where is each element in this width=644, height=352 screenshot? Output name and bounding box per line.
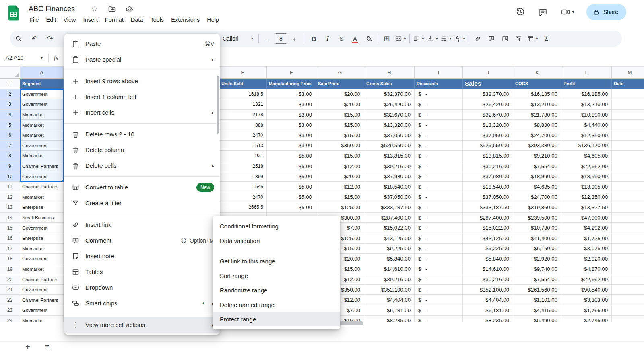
cell-I16[interactable]: $ - [415, 233, 463, 244]
merge-cells-icon[interactable]: ▾ [394, 33, 407, 45]
cell-G1[interactable]: Sale Price [316, 79, 364, 89]
menu-file[interactable]: File [26, 15, 42, 24]
cell-G2[interactable]: $20.00 [316, 89, 364, 100]
cell-K6[interactable]: $24,700.00 [513, 130, 561, 141]
cell-M17[interactable] [612, 244, 644, 254]
cell-H14[interactable]: $287,400.00 [364, 213, 415, 223]
cell-M7[interactable] [612, 141, 644, 151]
row-header-4[interactable]: 4 [0, 110, 20, 120]
menu-item-paste[interactable]: Paste⌘V [64, 36, 220, 51]
cell-K17[interactable]: $6,150.00 [513, 244, 561, 254]
cell-H24[interactable]: $8,235.00 [364, 316, 415, 322]
cell-I8[interactable]: $ - [415, 151, 463, 161]
cell-H17[interactable]: $9,225.00 [364, 244, 415, 254]
cell-I19[interactable]: $ - [415, 264, 463, 275]
cell-H23[interactable]: $6,181.00 [364, 305, 415, 316]
row-header-11[interactable]: 11 [0, 182, 20, 192]
name-box[interactable]: A2:A10 ▾ [6, 55, 43, 61]
row-header-23[interactable]: 23 [0, 305, 20, 316]
cell-M2[interactable] [612, 89, 644, 100]
row-header-6[interactable]: 6 [0, 130, 20, 141]
cell-G13[interactable]: $125.00 [316, 202, 364, 213]
cell-M14[interactable] [612, 213, 644, 223]
cell-K21[interactable]: $261,560.00 [513, 285, 561, 295]
cell-K9[interactable]: $7,554.00 [513, 161, 561, 172]
share-button[interactable]: Share [586, 4, 626, 20]
row-header-3[interactable]: 3 [0, 99, 20, 110]
row-header-5[interactable]: 5 [0, 120, 20, 130]
star-icon[interactable]: ☆ [90, 5, 98, 13]
column-header-H[interactable]: H [364, 67, 415, 79]
cell-M18[interactable] [612, 254, 644, 264]
cell-F9[interactable]: $5.00 [267, 161, 316, 172]
cell-K16[interactable]: $41,400.00 [513, 233, 561, 244]
cell-K10[interactable]: $18,990.00 [513, 171, 561, 182]
cell-L16[interactable]: $1,725.00 [561, 233, 612, 244]
cell-I13[interactable]: $ - [415, 202, 463, 213]
cell-I17[interactable]: $ - [415, 244, 463, 254]
cell-K20[interactable]: $7,554.00 [513, 274, 561, 285]
cell-I4[interactable]: $ - [415, 110, 463, 120]
create-filter-icon[interactable] [513, 33, 525, 45]
menu-item-view-more-cell-actions[interactable]: ⋮View more cell actions▸ [64, 317, 220, 333]
cell-A3[interactable]: Government [20, 99, 64, 110]
cell-K8[interactable]: $9,210.00 [513, 151, 561, 161]
document-title[interactable]: ABC Finances [29, 5, 75, 13]
row-header-17[interactable]: 17 [0, 244, 20, 254]
menu-item-delete-column[interactable]: Delete column [64, 142, 220, 158]
menu-insert[interactable]: Insert [80, 15, 101, 24]
menu-help[interactable]: Help [203, 15, 223, 24]
row-header-13[interactable]: 13 [0, 202, 20, 213]
cell-I21[interactable]: $ - [415, 285, 463, 295]
cell-L15[interactable]: $4,292.00 [561, 223, 612, 233]
cell-J22[interactable]: $4,404.00 [463, 295, 513, 305]
column-header-F[interactable]: F [267, 67, 316, 79]
cell-L10[interactable]: $18,990.00 [561, 171, 612, 182]
cell-E13[interactable]: 2665.5 [219, 202, 267, 213]
cell-J14[interactable]: $287,400.00 [463, 213, 513, 223]
cell-G4[interactable]: $15.00 [316, 110, 364, 120]
cell-K22[interactable]: $1,101.00 [513, 295, 561, 305]
cell-F4[interactable]: $3.00 [267, 110, 316, 120]
cell-K1[interactable]: COGS [513, 79, 561, 89]
add-sheet-button[interactable]: + [22, 342, 34, 352]
cell-H10[interactable]: $37,980.00 [364, 171, 415, 182]
cell-J19[interactable]: $14,610.00 [463, 264, 513, 275]
cell-H20[interactable]: $30,216.00 [364, 274, 415, 285]
cell-I9[interactable]: $ - [415, 161, 463, 172]
row-header-1[interactable]: 1 [0, 79, 20, 89]
cell-M6[interactable] [612, 130, 644, 141]
cell-I3[interactable]: $ - [415, 99, 463, 110]
cell-F7[interactable]: $3.00 [267, 141, 316, 151]
font-family-select[interactable]: Calibri ▾ [219, 33, 256, 45]
cell-M1[interactable]: Date [612, 79, 644, 89]
cell-E4[interactable]: 2178 [219, 110, 267, 120]
cell-L3[interactable]: $13,210.00 [561, 99, 612, 110]
cell-A1[interactable]: Segment [20, 79, 64, 89]
cell-H22[interactable]: $4,404.00 [364, 295, 415, 305]
insert-comment-icon[interactable] [485, 33, 497, 45]
cell-J4[interactable]: $32,670.00 [463, 110, 513, 120]
submenu-item-conditional-formatting[interactable]: Conditional formatting [213, 219, 340, 233]
cell-K2[interactable]: $16,185.00 [513, 89, 561, 100]
cell-K13[interactable]: $319,860.00 [513, 202, 561, 213]
cell-K18[interactable]: $2,920.00 [513, 254, 561, 264]
menu-item-comment[interactable]: Comment⌘+Option+M [64, 233, 220, 248]
cell-M11[interactable] [612, 182, 644, 192]
cell-J7[interactable]: $529,550.00 [463, 141, 513, 151]
cell-E7[interactable]: 1513 [219, 141, 267, 151]
menu-item-convert-to-table[interactable]: Convert to tableNew [64, 179, 220, 195]
cell-H3[interactable]: $26,420.00 [364, 99, 415, 110]
search-icon[interactable] [12, 33, 25, 45]
cell-A11[interactable]: Channel Partners [20, 182, 64, 192]
cell-L2[interactable]: $16,185.00 [561, 89, 612, 100]
cell-H21[interactable]: $352,100.00 [364, 285, 415, 295]
submenu-item-data-validation[interactable]: Data validation [213, 233, 340, 248]
cell-M8[interactable] [612, 151, 644, 161]
redo-icon[interactable]: ↷ [44, 33, 56, 45]
cell-J16[interactable]: $43,125.00 [463, 233, 513, 244]
cell-I22[interactable]: $ - [415, 295, 463, 305]
cell-G8[interactable]: $15.00 [316, 151, 364, 161]
cell-G9[interactable]: $12.00 [316, 161, 364, 172]
cell-F8[interactable]: $5.00 [267, 151, 316, 161]
